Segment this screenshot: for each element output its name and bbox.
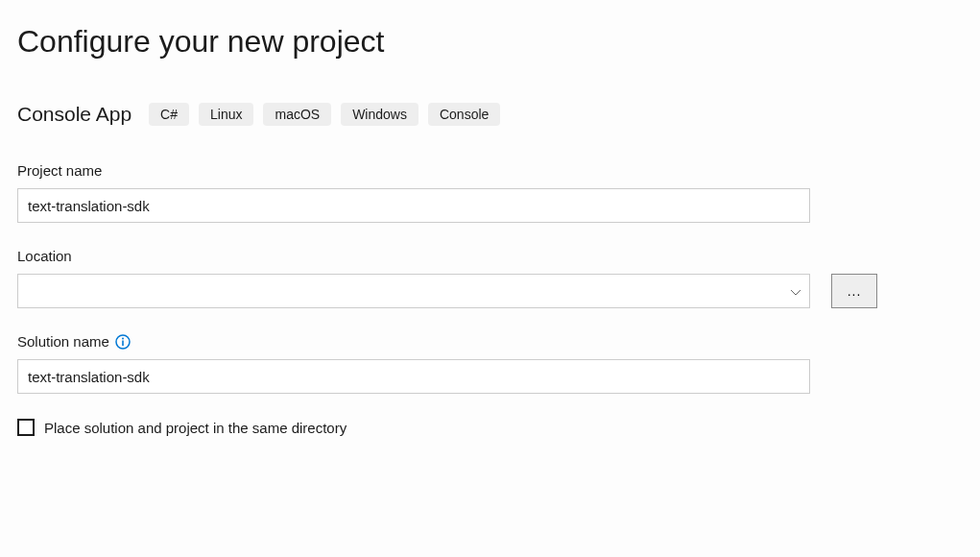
solution-name-input[interactable]	[17, 359, 810, 394]
same-directory-checkbox[interactable]	[17, 419, 35, 436]
tag-console: Console	[428, 103, 500, 126]
tag-windows: Windows	[341, 103, 418, 126]
tag-linux: Linux	[199, 103, 253, 126]
browse-button[interactable]: ...	[831, 274, 877, 308]
template-name: Console App	[17, 103, 131, 126]
svg-point-1	[122, 337, 124, 339]
solution-name-group: Solution name	[17, 333, 963, 394]
project-name-group: Project name	[17, 162, 963, 223]
tag-csharp: C#	[149, 103, 189, 126]
same-directory-row[interactable]: Place solution and project in the same d…	[17, 419, 963, 436]
solution-name-label: Solution name	[17, 333, 109, 350]
location-group: Location ...	[17, 248, 963, 308]
location-combo[interactable]	[17, 274, 810, 308]
info-icon[interactable]	[115, 334, 131, 350]
location-label: Location	[17, 248, 963, 264]
template-header: Console App C# Linux macOS Windows Conso…	[17, 103, 963, 126]
tag-macos: macOS	[263, 103, 331, 126]
project-name-label: Project name	[17, 162, 963, 179]
project-name-input[interactable]	[17, 188, 810, 223]
same-directory-label: Place solution and project in the same d…	[44, 420, 347, 436]
svg-rect-2	[122, 340, 124, 346]
page-title: Configure your new project	[17, 24, 963, 60]
location-input[interactable]	[17, 274, 810, 308]
template-tags: C# Linux macOS Windows Console	[149, 103, 500, 126]
